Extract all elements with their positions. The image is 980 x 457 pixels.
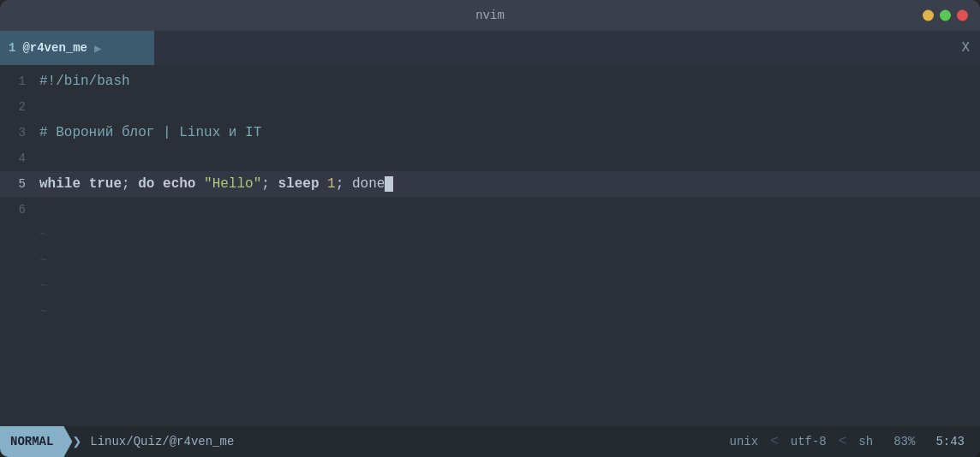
- tabbar: 1 @r4ven_me ▶ X: [0, 31, 980, 65]
- cursor: [385, 176, 393, 192]
- editor-line-1: 1 #!/bin/bash: [0, 68, 980, 94]
- editor-line-3: 3 # Вороний блог | Linux и IT: [0, 120, 980, 145]
- close-button[interactable]: [957, 10, 968, 21]
- tab-number: 1: [9, 41, 15, 55]
- tab-arrow-icon: ▶: [94, 41, 101, 56]
- tilde-content-4: ~: [39, 300, 980, 325]
- line-number-3: 3: [0, 120, 39, 145]
- status-sep-2: <: [839, 434, 847, 449]
- status-mode-arrow: ❯: [72, 432, 81, 451]
- status-filetype: sh: [852, 435, 880, 448]
- tab-close-label[interactable]: X: [961, 40, 980, 56]
- line-number-5: 5: [0, 171, 39, 197]
- line-content-6: [39, 197, 980, 223]
- status-percent: 83%: [880, 435, 929, 448]
- status-encoding: unix: [723, 435, 766, 448]
- line-number-1: 1: [0, 68, 39, 94]
- status-position: 5:43: [929, 435, 971, 448]
- minimize-button[interactable]: [923, 10, 934, 21]
- tilde-line-2: ~: [0, 248, 980, 274]
- tilde-content-3: ~: [39, 274, 980, 300]
- line-content-4: [39, 145, 980, 171]
- tilde-content-1: ~: [39, 223, 980, 248]
- tilde-line-4: ~: [0, 300, 980, 325]
- line-content-2: [39, 94, 980, 120]
- status-path: Linux/Quiz/@r4ven_me: [90, 435, 234, 448]
- line-number-6: 6: [0, 197, 39, 223]
- line-content-3: # Вороний блог | Linux и IT: [39, 120, 980, 145]
- status-charset: utf-8: [784, 435, 834, 448]
- status-mode: NORMAL: [0, 426, 72, 457]
- status-right: unix < utf-8 < sh 83% 5:43: [723, 434, 980, 449]
- line-number-4: 4: [0, 145, 39, 171]
- tab-filename: @r4ven_me: [22, 41, 87, 55]
- tilde-content-2: ~: [39, 248, 980, 274]
- tilde-line-1: ~: [0, 223, 980, 248]
- nvim-window: nvim 1 @r4ven_me ▶ X 1 #!/bin/bash 2 3: [0, 0, 980, 457]
- statusbar: NORMAL ❯ Linux/Quiz/@r4ven_me unix < utf…: [0, 426, 980, 457]
- window-title: nvim: [475, 9, 505, 22]
- line-number-2: 2: [0, 94, 39, 120]
- editor-area[interactable]: 1 #!/bin/bash 2 3 # Вороний блог | Linux…: [0, 65, 980, 426]
- status-sep-1: <: [770, 434, 779, 449]
- maximize-button[interactable]: [940, 10, 951, 21]
- tilde-line-3: ~: [0, 274, 980, 300]
- active-tab[interactable]: 1 @r4ven_me ▶: [0, 31, 154, 65]
- line-content-5: while true; do echo "Hello"; sleep 1; do…: [39, 171, 980, 197]
- window-controls: [923, 10, 968, 21]
- editor-line-6: 6: [0, 197, 980, 223]
- line-content-1: #!/bin/bash: [39, 68, 980, 94]
- titlebar: nvim: [0, 0, 980, 31]
- editor-line-4: 4: [0, 145, 980, 171]
- editor-line-5: 5 while true; do echo "Hello"; sleep 1; …: [0, 171, 980, 197]
- editor-line-2: 2: [0, 94, 980, 120]
